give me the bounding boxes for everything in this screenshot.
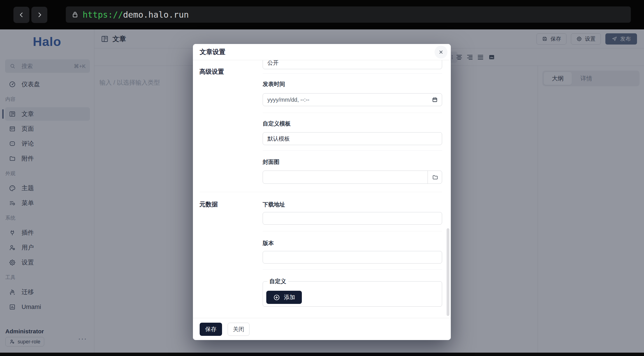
window-bottom-edge (0, 353, 644, 356)
lock-icon (71, 10, 79, 19)
divider (263, 269, 442, 270)
modal-footer: 保存 关闭 (193, 318, 451, 340)
version-input[interactable] (263, 251, 442, 264)
download-input[interactable] (263, 212, 442, 225)
custom-legend: 自定义 (267, 278, 288, 285)
url-host: demo.halo.run (123, 10, 189, 20)
modal-close-footer-button[interactable]: 关闭 (228, 323, 249, 336)
address-bar[interactable]: https://demo.halo.run (66, 6, 631, 23)
publish-time-input[interactable] (263, 93, 442, 106)
version-field (263, 251, 442, 264)
browser-forward-button[interactable] (31, 7, 47, 23)
publish-time-field (263, 93, 442, 106)
group-label-metadata: 元数据 (199, 200, 218, 209)
modal-title: 文章设置 (200, 48, 225, 56)
chevron-right-icon (36, 11, 43, 19)
download-field (263, 212, 442, 225)
cover-field (263, 171, 442, 184)
add-metadata-button[interactable]: 添加 (266, 291, 302, 304)
chevron-left-icon (18, 11, 25, 19)
post-settings-modal: 文章设置 高级设置 公开 发表时间 自定义模板 默认模板 封面图 (193, 44, 451, 340)
divider (263, 113, 442, 113)
calendar-icon[interactable] (431, 96, 438, 103)
publish-time-label: 发表时间 (263, 80, 442, 88)
modal-header: 文章设置 (193, 44, 451, 60)
folder-icon (432, 174, 438, 181)
custom-fieldset: 自定义 添加 (263, 278, 442, 307)
template-label: 自定义模板 (263, 120, 442, 127)
browser-toolbar: https://demo.halo.run (0, 0, 644, 29)
modal-close-button[interactable] (435, 46, 447, 59)
divider (263, 150, 442, 151)
close-icon (438, 49, 444, 55)
plus-circle-icon (273, 294, 280, 301)
browser-back-button[interactable] (13, 7, 29, 23)
cover-picker-button[interactable] (428, 171, 442, 184)
modal-save-button[interactable]: 保存 (200, 323, 222, 336)
modal-body: 高级设置 公开 发表时间 自定义模板 默认模板 封面图 元数据 (193, 60, 451, 318)
divider (263, 73, 442, 74)
visibility-select[interactable]: 公开 (263, 60, 442, 69)
group-divider (199, 192, 442, 192)
url-scheme: https:// (83, 10, 123, 20)
divider (263, 231, 442, 231)
download-label: 下载地址 (263, 201, 442, 208)
template-select[interactable]: 默认模板 (263, 132, 442, 145)
cover-input[interactable] (263, 171, 442, 184)
screen: https://demo.halo.run Halo 搜索 ⌘+K 仪表盘 内容… (0, 0, 644, 356)
cover-label: 封面图 (263, 158, 442, 166)
group-label-advanced: 高级设置 (199, 68, 224, 76)
modal-scrollbar[interactable] (447, 228, 449, 316)
version-label: 版本 (263, 239, 442, 247)
